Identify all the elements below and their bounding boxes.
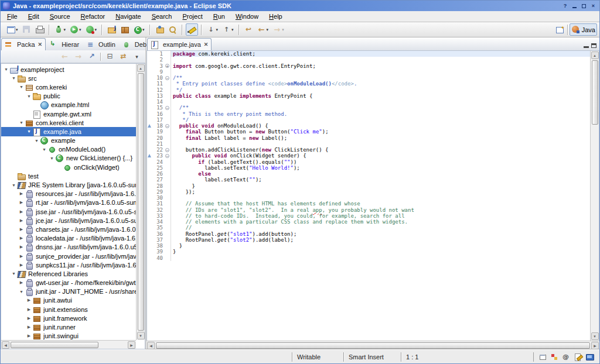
dropdown-arrow-icon[interactable]: ▾ (79, 28, 81, 32)
code-line-21[interactable]: 21 (147, 141, 590, 147)
expanded-arrow-icon[interactable]: ▼ (26, 94, 32, 98)
close-button[interactable]: × (589, 2, 597, 10)
view-menu-button[interactable] (131, 50, 143, 63)
collapsed-arrow-icon[interactable]: ▶ (18, 254, 25, 259)
run-button[interactable]: ▾ (68, 23, 83, 36)
last-edit-button[interactable] (243, 23, 255, 36)
code-line-24[interactable]: 24 if (label.getText().equals("")) (147, 159, 590, 165)
next-annotation-button[interactable]: ▾ (205, 23, 220, 36)
expanded-arrow-icon[interactable]: ▼ (18, 121, 25, 125)
code-text[interactable]: // to hard-code IDs. Instead, you could,… (171, 213, 590, 219)
tree-item-example.java[interactable]: ▼example.java (1, 127, 136, 136)
expanded-arrow-icon[interactable]: ▼ (18, 85, 25, 89)
code-line-9[interactable]: 9 (147, 69, 590, 75)
prev-annotation-button[interactable]: ▾ (220, 23, 236, 36)
dropdown-arrow-icon[interactable]: ▾ (216, 28, 219, 32)
code-line-35[interactable]: 35 // (147, 225, 590, 231)
debug-button[interactable]: ▾ (53, 23, 68, 36)
tree-item-localedata.jar[interactable]: ▶localedata.jar - /usr/lib/jvm/java-1.6.… (1, 234, 136, 243)
dropdown-arrow-icon[interactable]: ▾ (142, 28, 145, 32)
code-text[interactable]: */ (171, 87, 590, 93)
collapsed-arrow-icon[interactable]: ▶ (18, 245, 25, 249)
scroll-thumb[interactable] (156, 342, 590, 349)
code-text[interactable] (171, 99, 590, 105)
tree-item-sunpkcs11.jar[interactable]: ▶sunpkcs11.jar - /usr/lib/jvm/java-1.6.0… (1, 260, 136, 269)
code-text[interactable] (171, 255, 590, 261)
go-into-button[interactable] (86, 50, 98, 63)
dropdown-arrow-icon[interactable]: ▾ (64, 28, 66, 32)
tree-item-junit.swingui[interactable]: ▶junit.swingui (1, 332, 136, 340)
code-text[interactable]: public class example implements EntryPoi… (171, 93, 590, 99)
dropdown-arrow-icon[interactable]: ▾ (16, 28, 18, 32)
open-type-button[interactable] (154, 23, 166, 36)
code-text[interactable] (171, 195, 590, 201)
tree-item-resources.jar[interactable]: ▶resources.jar - /usr/lib/jvm/java-1.6.0… (1, 190, 136, 198)
tree-item-new[interactable]: ▼new ClickListener() {...} (1, 154, 136, 163)
collapsed-arrow-icon[interactable]: ▶ (18, 218, 25, 223)
tree-item-public[interactable]: ▼public (1, 92, 136, 101)
dropdown-arrow-icon[interactable]: ▾ (231, 28, 234, 32)
java-perspective-button[interactable]: Java (570, 23, 597, 36)
menu-source[interactable]: Source (45, 12, 76, 20)
expanded-arrow-icon[interactable]: ▼ (49, 156, 55, 160)
tree-item-onModuleLoad[interactable]: ▼onModuleLoad() (1, 145, 136, 154)
scroll-up-icon[interactable]: ▲ (591, 51, 599, 59)
expand-fold-icon[interactable]: + (165, 64, 169, 68)
link-editor-button[interactable] (117, 50, 129, 63)
shade-button[interactable]: ? (561, 2, 569, 10)
collapsed-arrow-icon[interactable]: ▶ (18, 191, 25, 196)
code-text[interactable]: public void onModuleLoad() { (171, 123, 590, 129)
code-text[interactable] (171, 69, 590, 75)
minimize-view-icon[interactable] (584, 46, 589, 48)
code-line-17[interactable]: 17 */ (147, 117, 590, 123)
tree-item-com.kereki.client[interactable]: ▼com.kereki.client (1, 118, 136, 127)
search-button[interactable] (166, 23, 179, 36)
open-perspective-button[interactable] (554, 23, 566, 36)
code-line-40[interactable]: 40 (147, 255, 590, 261)
collapse-fold-icon[interactable]: − (165, 76, 169, 80)
code-text[interactable] (171, 141, 590, 147)
code-text[interactable]: // elements with a particular CSS class … (171, 219, 590, 225)
code-line-10[interactable]: 10−/** (147, 75, 590, 81)
code-line-31[interactable]: 31 // Assume that the host HTML has elem… (147, 201, 590, 207)
code-text[interactable]: final Button button = new Button("Click … (171, 129, 590, 135)
dropdown-arrow-icon[interactable]: ▾ (282, 28, 284, 32)
code-text[interactable]: * Entry point classes define <code>onMod… (171, 81, 590, 87)
maximize-view-icon[interactable] (591, 43, 596, 48)
close-tab-icon[interactable]: ✕ (204, 42, 209, 47)
collapsed-arrow-icon[interactable]: ▶ (26, 334, 32, 338)
code-line-3[interactable]: 3+import com.google.gwt.core.client.Entr… (147, 63, 590, 69)
scroll-left-icon[interactable]: ◀ (2, 341, 9, 349)
explorer-horizontal-scrollbar[interactable]: ◀ ▶ (1, 340, 136, 349)
tree-item-com.kereki[interactable]: ▼com.kereki (1, 83, 136, 91)
code-line-12[interactable]: 12 */ (147, 87, 590, 93)
collapsed-arrow-icon[interactable]: ▶ (26, 325, 32, 329)
code-line-30[interactable]: 30 (147, 195, 590, 201)
code-line-22[interactable]: 22− button.addClickListener(new ClickLis… (147, 147, 590, 153)
menu-help[interactable]: Help (264, 12, 288, 20)
forward-button[interactable]: ▾ (271, 23, 286, 36)
save-button[interactable] (21, 23, 33, 36)
collapse-fold-icon[interactable]: − (165, 124, 169, 128)
code-line-2[interactable]: 2 (147, 57, 590, 63)
collapsed-arrow-icon[interactable]: ▶ (26, 307, 32, 312)
window-icon[interactable] (538, 353, 547, 361)
code-line-11[interactable]: 11 * Entry point classes define <code>on… (147, 81, 590, 87)
code-text[interactable]: } (171, 183, 590, 189)
tree-item-example.html[interactable]: example.html (1, 101, 136, 109)
code-editor[interactable]: 1package com.kereki.client;23+import com… (147, 51, 590, 341)
code-line-14[interactable]: 14 (147, 99, 590, 105)
tree-item-test[interactable]: test (1, 171, 136, 180)
code-text[interactable]: if (label.getText().equals("")) (171, 159, 590, 165)
code-text[interactable]: /** (171, 105, 590, 111)
code-text[interactable] (171, 57, 590, 63)
menu-refactor[interactable]: Refactor (76, 12, 111, 20)
new-class-button[interactable]: ▾ (131, 23, 146, 36)
editor-horizontal-scrollbar[interactable]: ◀ ▶ (146, 341, 599, 349)
code-line-13[interactable]: 13public class example implements EntryP… (147, 93, 590, 99)
code-line-23[interactable]: 23− public void onClick(Widget sender) { (147, 153, 590, 159)
maximize-button[interactable] (580, 2, 588, 10)
colored-grid-icon[interactable] (550, 353, 558, 361)
tree-item-example[interactable]: ▼example (1, 136, 136, 145)
code-line-27[interactable]: 27 label.setText(""); (147, 177, 590, 183)
